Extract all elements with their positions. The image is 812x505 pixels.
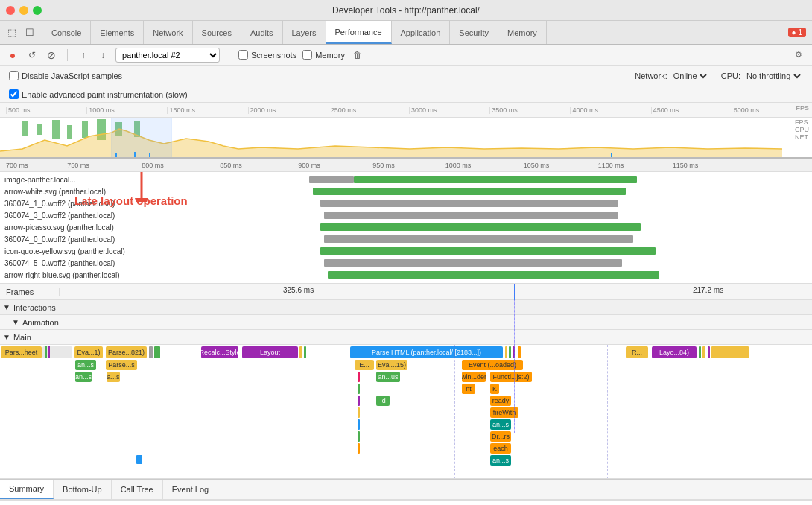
block-parse-html: Parse HTML (panther.local/ [2183...]) (350, 346, 503, 358)
tick-7: 4000 ms (570, 107, 650, 114)
svg-rect-4 (82, 121, 88, 138)
ts-8: 1100 ms (598, 162, 624, 169)
block-purple-strip (48, 346, 50, 358)
cpu-label: CPU (795, 126, 809, 133)
tab-performance[interactable]: Performance (326, 21, 392, 44)
wf-row-7: 360074_5_0.woff2 (panther.local) (0, 257, 812, 269)
animation-row: ▼ Animation (0, 315, 812, 330)
interactions-label: Interactions (10, 303, 56, 312)
tab-audits[interactable]: Audits (241, 21, 283, 44)
block-id: Id (376, 396, 390, 406)
tab-network[interactable]: Network (144, 21, 192, 44)
overview-panel[interactable]: FPS CPU NET (0, 118, 812, 159)
maximize-button[interactable] (33, 6, 42, 15)
clear-button[interactable]: ⊘ (45, 48, 58, 62)
block-parse-s: Parse...s (106, 360, 137, 370)
separator-2 (229, 49, 229, 61)
ruler-ticks: 500 ms 1000 ms 1500 ms 2000 ms 2500 ms 3… (0, 107, 812, 114)
tick-6: 3500 ms (489, 107, 570, 114)
wf-row-4: arrow-picasso.svg (panther.local) (0, 221, 812, 233)
profile-select[interactable]: panther.local #2 (115, 48, 220, 63)
title-bar: Developer Tools - http://panther.local/ (0, 0, 812, 21)
ts-5: 950 ms (372, 162, 395, 169)
tab-sources[interactable]: Sources (193, 21, 241, 44)
tab-bottom-up[interactable]: Bottom-Up (54, 480, 112, 499)
tab-bar: ⬚ ☐ Console Elements Network Sources Aud… (0, 21, 812, 45)
options-row: Disable JavaScript samples Network: Onli… (0, 66, 812, 86)
block-parse-821: Parse...821) (106, 346, 147, 358)
tab-application[interactable]: Application (392, 21, 451, 44)
network-select[interactable]: Online (670, 71, 709, 81)
tab-bar-right: ● 1 (782, 21, 812, 44)
disable-js-checkbox[interactable]: Disable JavaScript samples (9, 71, 122, 80)
svg-rect-1 (37, 124, 42, 135)
block-misc-1 (42, 346, 72, 358)
block-parse-sheet: Pars...heet (1, 346, 42, 358)
svg-rect-13 (112, 118, 171, 157)
ts-9: 1150 ms (673, 162, 699, 169)
tab-layers[interactable]: Layers (283, 21, 326, 44)
device-icon[interactable]: ☐ (22, 25, 37, 40)
ts-7: 1050 ms (524, 162, 550, 169)
paint-checkbox[interactable]: Enable advanced paint instrumentation (s… (9, 89, 188, 99)
block-a-s: a...s (107, 372, 120, 382)
block-an-s-1: an...s (75, 360, 96, 370)
block-an-s-2: an...s (75, 372, 92, 382)
download-button[interactable]: ↓ (96, 48, 110, 62)
wf-row-6: icon-quote-yellow.svg (panther.local) (0, 245, 812, 257)
minimize-button[interactable] (19, 6, 28, 15)
options-row-2: Enable advanced paint instrumentation (s… (0, 86, 812, 103)
svg-rect-0 (22, 121, 28, 136)
annotation: Late layout operation (74, 194, 188, 207)
block-k: K (490, 384, 499, 394)
tick-0: 500 ms (6, 107, 86, 114)
tab-event-log[interactable]: Event Log (163, 480, 219, 499)
inspect-icon[interactable]: ⬚ (4, 25, 19, 40)
main-header-row: ▼ Main (0, 330, 812, 345)
block-misc-5 (304, 346, 306, 358)
screenshots-checkbox[interactable]: Screenshots (238, 50, 296, 60)
tick-8: 4500 ms (651, 107, 732, 114)
close-button[interactable] (6, 6, 15, 15)
interactions-toggle[interactable]: ▼ (3, 303, 10, 311)
svg-rect-2 (52, 120, 60, 139)
block-green-strip (45, 346, 47, 358)
interactions-row: ▼ Interactions (0, 300, 812, 315)
summary-row: Event (0, 500, 812, 505)
upload-button[interactable]: ↑ (77, 48, 90, 62)
ts-3: 850 ms (220, 162, 242, 169)
block-recalc: Recalc...Style (201, 346, 238, 358)
block-misc-6 (505, 346, 507, 358)
toolbar-icons: ⬚ ☐ (0, 21, 42, 44)
block-win-der: win...der (462, 372, 486, 382)
ts-6: 1000 ms (445, 162, 472, 169)
main-toggle[interactable]: ▼ (3, 333, 10, 341)
cpu-select[interactable]: No throttling (743, 71, 803, 81)
error-badge: ● 1 (788, 28, 806, 37)
main-timeline: Pars...heet Eva...1) Parse...821) Recalc… (0, 345, 812, 479)
tab-call-tree[interactable]: Call Tree (112, 480, 163, 499)
block-misc-2 (149, 346, 153, 358)
tick-2: 1500 ms (167, 107, 247, 114)
svg-rect-12 (611, 153, 612, 157)
tab-memory[interactable]: Memory (498, 21, 547, 44)
frames-content: 325.6 ms 217.2 ms (60, 284, 812, 299)
fps-label: FPS (795, 118, 809, 126)
block-layout: Layout (242, 346, 298, 358)
settings-icon[interactable]: ⚙ (791, 48, 806, 63)
tick-3: 2000 ms (248, 107, 329, 114)
cpu-option: CPU: No throttling (721, 71, 803, 81)
animation-toggle[interactable]: ▼ (12, 318, 19, 326)
trash-button[interactable]: 🗑 (351, 48, 364, 62)
block-ready: ready (490, 396, 511, 406)
tab-console[interactable]: Console (42, 21, 91, 44)
frames-row: Frames 325.6 ms 217.2 ms (0, 284, 812, 300)
record-button[interactable]: ● (6, 48, 19, 62)
reload-button[interactable]: ↺ (25, 48, 39, 62)
memory-checkbox[interactable]: Memory (302, 50, 345, 60)
frames-value-1: 325.6 ms (283, 286, 314, 294)
tab-security[interactable]: Security (450, 21, 498, 44)
tab-summary[interactable]: Summary (0, 480, 54, 499)
overview-chart (0, 118, 812, 157)
tab-elements[interactable]: Elements (91, 21, 144, 44)
